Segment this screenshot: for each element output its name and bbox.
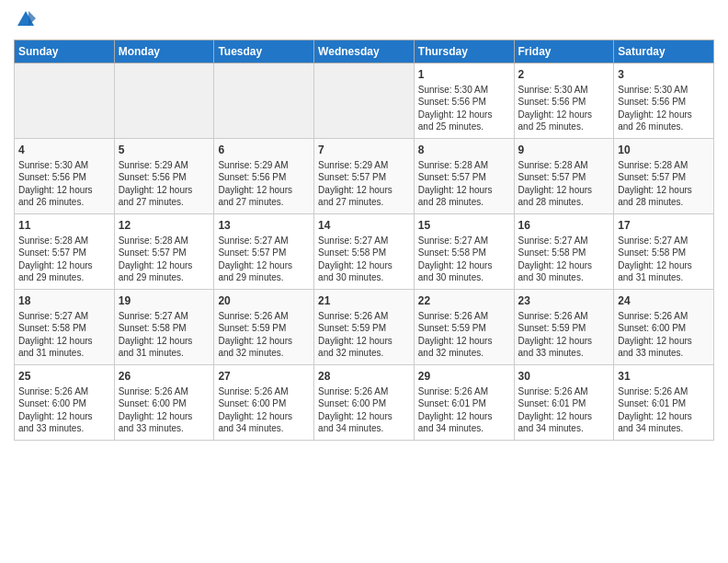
cell-text: Daylight: 12 hours [418, 410, 510, 423]
day-header: Tuesday [214, 40, 314, 63]
cell-text: Sunrise: 5:27 AM [418, 235, 510, 247]
cell-text: Daylight: 12 hours [218, 259, 310, 272]
cell-text: Daylight: 12 hours [618, 259, 710, 272]
cell-text: Sunrise: 5:29 AM [218, 159, 310, 172]
cell-text: Sunset: 5:59 PM [418, 322, 510, 335]
day-header: Saturday [614, 40, 714, 63]
calendar-cell: 2Sunrise: 5:30 AMSunset: 5:56 PMDaylight… [514, 63, 614, 138]
cell-text: Sunrise: 5:27 AM [518, 235, 610, 247]
cell-text: Sunset: 5:58 PM [119, 322, 210, 335]
day-number: 27 [218, 369, 310, 384]
cell-text: Daylight: 12 hours [18, 410, 110, 423]
calendar-table: SundayMondayTuesdayWednesdayThursdayFrid… [14, 40, 714, 441]
cell-text: Daylight: 12 hours [119, 410, 210, 423]
cell-text: Daylight: 12 hours [218, 184, 310, 197]
cell-text: and 33 minutes. [119, 422, 210, 435]
cell-text: and 32 minutes. [418, 347, 510, 360]
cell-text: and 31 minutes. [618, 271, 710, 284]
calendar-cell: 30Sunrise: 5:26 AMSunset: 6:01 PMDayligh… [514, 364, 614, 440]
calendar-cell: 15Sunrise: 5:27 AMSunset: 5:58 PMDayligh… [414, 213, 514, 289]
calendar-cell: 28Sunrise: 5:26 AMSunset: 6:00 PMDayligh… [314, 364, 415, 440]
cell-text: Sunset: 6:00 PM [618, 322, 710, 335]
cell-text: Sunset: 5:59 PM [518, 322, 610, 335]
cell-text: and 26 minutes. [18, 196, 110, 209]
cell-text: Sunrise: 5:30 AM [518, 84, 610, 97]
calendar-cell: 17Sunrise: 5:27 AMSunset: 5:58 PMDayligh… [614, 213, 714, 289]
cell-text: Sunset: 5:56 PM [218, 171, 310, 184]
calendar-cell: 13Sunrise: 5:27 AMSunset: 5:57 PMDayligh… [214, 213, 314, 289]
header [14, 9, 714, 34]
cell-text: and 25 minutes. [418, 121, 510, 133]
cell-text: Daylight: 12 hours [418, 184, 510, 197]
day-number: 16 [518, 218, 610, 233]
cell-text: and 32 minutes. [318, 347, 410, 360]
day-number: 23 [518, 293, 610, 308]
cell-text: Sunset: 6:00 PM [119, 397, 210, 410]
day-number: 28 [318, 369, 410, 384]
cell-text: Sunrise: 5:26 AM [318, 385, 410, 398]
day-number: 25 [18, 369, 110, 384]
cell-text: and 33 minutes. [618, 347, 710, 360]
day-number: 2 [518, 67, 610, 82]
cell-text: Daylight: 12 hours [518, 410, 610, 423]
cell-text: Daylight: 12 hours [119, 184, 210, 197]
calendar-week-row: 4Sunrise: 5:30 AMSunset: 5:56 PMDaylight… [15, 138, 714, 213]
day-number: 26 [119, 369, 210, 384]
cell-text: Sunset: 6:01 PM [518, 397, 610, 410]
cell-text: Sunrise: 5:26 AM [218, 310, 310, 323]
cell-text: and 34 minutes. [318, 422, 410, 435]
cell-text: Sunrise: 5:26 AM [18, 385, 110, 398]
calendar-cell: 14Sunrise: 5:27 AMSunset: 5:58 PMDayligh… [314, 213, 415, 289]
logo [14, 9, 36, 34]
calendar-cell: 12Sunrise: 5:28 AMSunset: 5:57 PMDayligh… [114, 213, 214, 289]
cell-text: Sunrise: 5:29 AM [119, 159, 210, 172]
cell-text: and 29 minutes. [119, 271, 210, 284]
calendar-cell [214, 63, 314, 138]
cell-text: Daylight: 12 hours [518, 259, 610, 272]
calendar-week-row: 1Sunrise: 5:30 AMSunset: 5:56 PMDaylight… [15, 63, 714, 138]
cell-text: and 31 minutes. [119, 347, 210, 360]
cell-text: and 29 minutes. [218, 271, 310, 284]
day-number: 3 [618, 67, 710, 82]
calendar-cell: 26Sunrise: 5:26 AMSunset: 6:00 PMDayligh… [114, 364, 214, 440]
cell-text: Sunrise: 5:26 AM [119, 385, 210, 398]
day-number: 6 [218, 143, 310, 157]
cell-text: Sunrise: 5:30 AM [618, 84, 710, 97]
calendar-cell: 19Sunrise: 5:27 AMSunset: 5:58 PMDayligh… [114, 289, 214, 364]
day-number: 21 [318, 293, 410, 308]
cell-text: Daylight: 12 hours [418, 335, 510, 348]
calendar-cell: 5Sunrise: 5:29 AMSunset: 5:56 PMDaylight… [114, 138, 214, 213]
cell-text: Sunset: 5:56 PM [618, 96, 710, 109]
day-number: 11 [18, 218, 110, 233]
cell-text: Daylight: 12 hours [518, 184, 610, 197]
cell-text: Sunrise: 5:26 AM [618, 310, 710, 323]
cell-text: Sunrise: 5:30 AM [18, 159, 110, 172]
calendar-cell: 18Sunrise: 5:27 AMSunset: 5:58 PMDayligh… [15, 289, 115, 364]
day-number: 17 [618, 218, 710, 233]
cell-text: Sunset: 5:57 PM [618, 171, 710, 184]
calendar-week-row: 25Sunrise: 5:26 AMSunset: 6:00 PMDayligh… [15, 364, 714, 440]
cell-text: Daylight: 12 hours [218, 410, 310, 423]
calendar-week-row: 18Sunrise: 5:27 AMSunset: 5:58 PMDayligh… [15, 289, 714, 364]
cell-text: Sunset: 5:57 PM [418, 171, 510, 184]
cell-text: Sunset: 6:00 PM [318, 397, 410, 410]
cell-text: Daylight: 12 hours [618, 109, 710, 121]
cell-text: Sunset: 6:01 PM [618, 397, 710, 410]
cell-text: Daylight: 12 hours [518, 335, 610, 348]
cell-text: Daylight: 12 hours [18, 335, 110, 348]
cell-text: Daylight: 12 hours [318, 259, 410, 272]
cell-text: Sunset: 5:57 PM [218, 247, 310, 259]
day-number: 8 [418, 143, 510, 157]
day-header: Sunday [15, 40, 115, 63]
cell-text: and 34 minutes. [418, 422, 510, 435]
cell-text: Sunset: 5:58 PM [518, 247, 610, 259]
day-number: 13 [218, 218, 310, 233]
cell-text: Sunset: 5:57 PM [318, 171, 410, 184]
cell-text: Sunset: 5:57 PM [518, 171, 610, 184]
cell-text: and 32 minutes. [218, 347, 310, 360]
cell-text: and 33 minutes. [18, 422, 110, 435]
cell-text: Sunrise: 5:28 AM [18, 235, 110, 247]
day-number: 9 [518, 143, 610, 157]
cell-text: Sunrise: 5:30 AM [418, 84, 510, 97]
calendar-cell: 9Sunrise: 5:28 AMSunset: 5:57 PMDaylight… [514, 138, 614, 213]
